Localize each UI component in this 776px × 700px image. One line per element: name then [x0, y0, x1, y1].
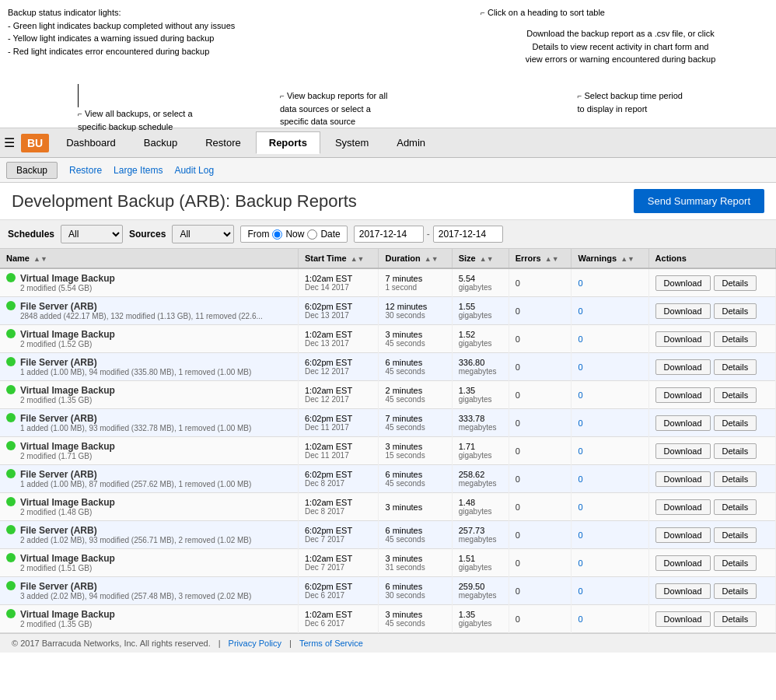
- actions-cell-11: Download Details: [648, 577, 775, 605]
- backup-sub: 2 modified (5.54 GB): [20, 284, 115, 292]
- details-button-8[interactable]: Details: [714, 499, 757, 515]
- name-cell-12: Virtual Image Backup 2 modified (1.35 GB…: [0, 605, 298, 633]
- details-button-0[interactable]: Details: [714, 275, 757, 291]
- size-cell-7: 258.62megabytes: [452, 465, 509, 493]
- details-button-3[interactable]: Details: [714, 359, 757, 375]
- duration-sub: 45 seconds: [385, 619, 445, 628]
- start-time-cell-1: 6:02pm ESTDec 13 2017: [298, 297, 379, 325]
- size-unit: gigabytes: [459, 507, 502, 516]
- download-button-8[interactable]: Download: [655, 499, 711, 515]
- actions-cell-10: Download Details: [648, 549, 775, 577]
- errors-cell-8: 0: [509, 493, 572, 521]
- size-unit: megabytes: [459, 591, 502, 600]
- footer-sep1: |: [218, 639, 221, 648]
- warnings-cell-0: 0: [572, 268, 648, 297]
- errors-cell-3: 0: [509, 353, 572, 381]
- table-row: Virtual Image Backup 2 modified (1.52 GB…: [0, 325, 776, 353]
- name-cell-0: Virtual Image Backup 2 modified (5.54 GB…: [0, 268, 298, 297]
- download-button-11[interactable]: Download: [655, 583, 711, 599]
- details-button-9[interactable]: Details: [714, 527, 757, 543]
- table-row: File Server (ARB) 1 added (1.00 MB), 93 …: [0, 409, 776, 437]
- size-unit: gigabytes: [459, 395, 502, 404]
- download-button-7[interactable]: Download: [655, 471, 711, 487]
- start-time-cell-8: 1:02am ESTDec 8 2017: [298, 493, 379, 521]
- duration-sub: 45 seconds: [385, 423, 445, 432]
- details-button-7[interactable]: Details: [714, 471, 757, 487]
- from-date-label: Date: [320, 229, 340, 240]
- duration-main: 12 minutes: [385, 302, 445, 311]
- tab-admin[interactable]: Admin: [383, 131, 439, 154]
- errors-cell-4: 0: [509, 381, 572, 409]
- tab-reports[interactable]: Reports: [256, 131, 320, 154]
- callout-red-text: - Red light indicates error encountered …: [8, 47, 209, 56]
- duration-cell-11: 6 minutes30 seconds: [379, 577, 452, 605]
- send-summary-report-button[interactable]: Send Summary Report: [634, 189, 764, 213]
- duration-cell-6: 3 minutes15 seconds: [379, 437, 452, 465]
- size-cell-8: 1.48gigabytes: [452, 493, 509, 521]
- duration-sub: 45 seconds: [385, 479, 445, 488]
- col-start-time[interactable]: Start Time ▲▼: [298, 249, 379, 268]
- tab-restore[interactable]: Restore: [192, 131, 254, 154]
- download-button-0[interactable]: Download: [655, 275, 711, 291]
- filter-bar: Schedules All Sources All From Now Date …: [0, 220, 776, 249]
- download-button-3[interactable]: Download: [655, 359, 711, 375]
- start-date: Dec 8 2017: [305, 479, 372, 488]
- large-items-subnav-link[interactable]: Large Items: [114, 165, 163, 176]
- date-from-input[interactable]: [354, 226, 424, 243]
- col-size[interactable]: Size ▲▼: [452, 249, 509, 268]
- download-callout: Download the backup report as a .csv fil…: [484, 27, 757, 66]
- backup-name: Virtual Image Backup: [20, 553, 115, 564]
- duration-cell-3: 6 minutes45 seconds: [379, 353, 452, 381]
- col-errors[interactable]: Errors ▲▼: [509, 249, 572, 268]
- sort-callout: ⌐ Click on a heading to sort table: [481, 6, 605, 19]
- col-name[interactable]: Name ▲▼: [0, 249, 298, 268]
- audit-log-subnav-link[interactable]: Audit Log: [174, 165, 214, 176]
- table-row: File Server (ARB) 2848 added (422.17 MB)…: [0, 297, 776, 325]
- callout-view-backups: View all backups, or select aspecific ba…: [78, 109, 193, 131]
- sources-select[interactable]: All: [172, 225, 234, 243]
- terms-of-service-link[interactable]: Terms of Service: [299, 639, 363, 648]
- download-button-5[interactable]: Download: [655, 415, 711, 431]
- status-dot: [6, 301, 16, 310]
- col-duration[interactable]: Duration ▲▼: [379, 249, 452, 268]
- tab-dashboard[interactable]: Dashboard: [53, 131, 129, 154]
- size-unit: gigabytes: [459, 339, 502, 348]
- privacy-policy-link[interactable]: Privacy Policy: [229, 639, 281, 648]
- backup-subnav-button[interactable]: Backup: [6, 162, 58, 179]
- size-value: 1.71: [459, 442, 502, 451]
- duration-main: 2 minutes: [385, 386, 445, 395]
- date-to-input[interactable]: [433, 226, 503, 243]
- details-button-5[interactable]: Details: [714, 415, 757, 431]
- schedules-select[interactable]: All: [61, 225, 123, 243]
- details-button-4[interactable]: Details: [714, 387, 757, 403]
- backup-name: File Server (ARB): [20, 413, 251, 424]
- tab-system[interactable]: System: [322, 131, 382, 154]
- size-cell-2: 1.52gigabytes: [452, 325, 509, 353]
- view-reports-callout: ⌐ View backup reports for alldata source…: [280, 89, 387, 128]
- download-button-6[interactable]: Download: [655, 443, 711, 459]
- details-button-1[interactable]: Details: [714, 303, 757, 319]
- download-button-2[interactable]: Download: [655, 331, 711, 347]
- download-button-9[interactable]: Download: [655, 527, 711, 543]
- details-button-6[interactable]: Details: [714, 443, 757, 459]
- tab-backup[interactable]: Backup: [131, 131, 191, 154]
- from-now-radio[interactable]: [272, 229, 282, 240]
- download-button-1[interactable]: Download: [655, 303, 711, 319]
- start-time: 6:02pm EST: [305, 526, 372, 535]
- details-button-11[interactable]: Details: [714, 583, 757, 599]
- details-button-12[interactable]: Details: [714, 611, 757, 627]
- details-button-10[interactable]: Details: [714, 555, 757, 571]
- start-date: Dec 12 2017: [305, 367, 372, 376]
- warnings-cell-5: 0: [572, 409, 648, 437]
- start-date: Dec 13 2017: [305, 339, 372, 348]
- backup-name: File Server (ARB): [20, 301, 263, 312]
- actions-cell-4: Download Details: [648, 381, 775, 409]
- download-button-10[interactable]: Download: [655, 555, 711, 571]
- col-warnings[interactable]: Warnings ▲▼: [572, 249, 648, 268]
- download-button-4[interactable]: Download: [655, 387, 711, 403]
- details-button-2[interactable]: Details: [714, 331, 757, 347]
- download-button-12[interactable]: Download: [655, 611, 711, 627]
- restore-subnav-link[interactable]: Restore: [69, 165, 102, 176]
- from-date-radio[interactable]: [307, 229, 317, 240]
- hamburger-icon[interactable]: ☰: [4, 135, 15, 150]
